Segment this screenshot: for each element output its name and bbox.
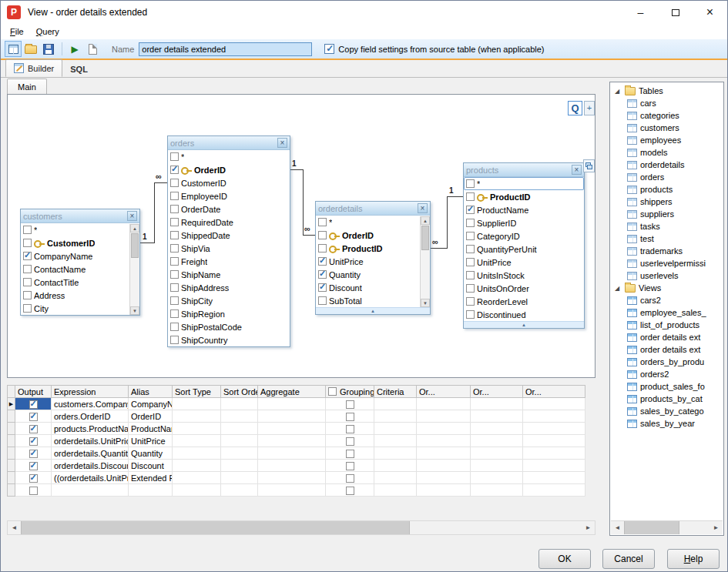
field-checkbox[interactable] bbox=[466, 206, 475, 214]
field-row[interactable]: Discontinued bbox=[464, 308, 584, 321]
tree-item-table[interactable]: categories bbox=[611, 109, 723, 122]
field-row[interactable]: OrderID bbox=[316, 229, 430, 242]
tree-item-view[interactable]: order details ext bbox=[611, 331, 723, 343]
field-row[interactable]: ProductID bbox=[316, 242, 430, 255]
tree-item-view[interactable]: sales_by_catego bbox=[611, 405, 723, 417]
grouping-cell[interactable] bbox=[326, 460, 374, 472]
tab-main[interactable]: Main bbox=[7, 79, 47, 94]
scrollbar-track[interactable] bbox=[410, 521, 582, 534]
alias-cell[interactable] bbox=[129, 484, 173, 497]
grouping-checkbox[interactable] bbox=[346, 400, 354, 409]
scrollbar-track[interactable] bbox=[679, 521, 710, 534]
aggregate-cell[interactable] bbox=[258, 398, 326, 410]
close-icon[interactable]: × bbox=[418, 203, 428, 213]
scroll-left-icon[interactable]: ◄ bbox=[611, 521, 624, 534]
field-row[interactable]: ShipCity bbox=[168, 294, 290, 307]
save-button[interactable] bbox=[40, 41, 57, 57]
output-checkbox[interactable] bbox=[29, 450, 38, 458]
sort-order-cell[interactable] bbox=[221, 410, 258, 423]
sort-order-cell[interactable] bbox=[221, 447, 258, 460]
alias-cell[interactable]: UnitPrice bbox=[129, 435, 173, 447]
output-checkbox[interactable] bbox=[29, 474, 38, 483]
or-cell[interactable] bbox=[471, 423, 523, 435]
output-checkbox[interactable] bbox=[29, 413, 38, 421]
grouping-checkbox[interactable] bbox=[346, 450, 354, 458]
help-button[interactable]: Help bbox=[667, 549, 720, 569]
field-checkbox[interactable] bbox=[170, 192, 179, 200]
column-header-alias[interactable]: Alias bbox=[129, 386, 173, 398]
field-checkbox[interactable] bbox=[318, 296, 327, 305]
alias-cell[interactable]: Discount bbox=[129, 460, 173, 472]
sort-order-cell[interactable] bbox=[221, 460, 258, 472]
tree-item-view[interactable]: order details ext bbox=[611, 343, 723, 356]
field-checkbox[interactable] bbox=[23, 291, 32, 299]
or-cell[interactable] bbox=[471, 410, 523, 423]
close-icon[interactable]: × bbox=[277, 138, 287, 148]
scrollbar-vertical[interactable]: ▲ ▼ bbox=[129, 224, 139, 315]
aggregate-cell[interactable] bbox=[258, 423, 326, 435]
expression-cell[interactable]: orders.OrderID bbox=[52, 410, 129, 423]
grouping-cell[interactable] bbox=[326, 484, 374, 497]
grouping-cell[interactable] bbox=[326, 435, 374, 447]
scrollbar-thumb[interactable] bbox=[624, 521, 679, 534]
or-cell[interactable] bbox=[523, 484, 585, 497]
field-checkbox[interactable] bbox=[170, 205, 179, 213]
row-header[interactable] bbox=[8, 423, 15, 435]
scrollbar-vertical[interactable]: ▲ ▼ bbox=[420, 216, 430, 307]
tree-item-table[interactable]: userlevels bbox=[611, 269, 723, 282]
tree-item-table[interactable]: suppliers bbox=[611, 208, 723, 220]
field-row[interactable]: Freight bbox=[168, 255, 290, 268]
tree-item-view[interactable]: sales_by_year bbox=[611, 417, 723, 430]
scrollbar-thumb[interactable] bbox=[21, 521, 410, 534]
field-checkbox[interactable] bbox=[318, 244, 327, 253]
sort-order-cell[interactable] bbox=[221, 472, 258, 484]
expression-cell[interactable]: orderdetails.UnitPric bbox=[52, 435, 129, 447]
field-checkbox[interactable] bbox=[23, 226, 32, 234]
tree-item-table[interactable]: employees bbox=[611, 134, 723, 146]
field-row[interactable]: OrderID bbox=[168, 163, 290, 176]
sort-order-cell[interactable] bbox=[221, 484, 258, 497]
criteria-cell[interactable] bbox=[374, 435, 417, 447]
field-row[interactable]: * bbox=[464, 177, 584, 190]
join-line-orders-orderdetails[interactable] bbox=[290, 169, 315, 235]
minimize-button[interactable]: – bbox=[623, 1, 658, 24]
scrollbar-thumb[interactable] bbox=[131, 233, 139, 258]
run-query-button[interactable]: ▶ bbox=[66, 41, 83, 57]
query-name-input[interactable] bbox=[139, 42, 312, 56]
ok-button[interactable]: OK bbox=[538, 549, 591, 569]
app-icon[interactable]: P bbox=[7, 5, 21, 19]
field-row[interactable]: ShippedDate bbox=[168, 229, 290, 242]
expression-cell[interactable]: orderdetails.Quantit bbox=[52, 447, 129, 460]
or-cell[interactable] bbox=[523, 472, 585, 484]
alias-cell[interactable]: Extended Pr bbox=[129, 472, 173, 484]
new-query-button[interactable] bbox=[5, 41, 22, 57]
scroll-up-icon[interactable]: ▲ bbox=[421, 216, 430, 225]
field-row[interactable]: * bbox=[316, 216, 430, 229]
grouping-checkbox[interactable] bbox=[346, 413, 354, 421]
output-cell[interactable] bbox=[15, 484, 52, 497]
table-card-header[interactable]: orders × bbox=[168, 136, 290, 150]
criteria-cell[interactable] bbox=[374, 460, 417, 472]
field-checkbox[interactable] bbox=[466, 310, 475, 319]
tree-item-view[interactable]: product_sales_fo bbox=[611, 380, 723, 393]
tree-item-table[interactable]: customers bbox=[611, 122, 723, 134]
column-header-output[interactable]: Output bbox=[15, 386, 52, 398]
criteria-cell[interactable] bbox=[374, 423, 417, 435]
or-cell[interactable] bbox=[471, 435, 523, 447]
column-header-grouping[interactable]: Grouping bbox=[326, 386, 374, 398]
sort-order-cell[interactable] bbox=[221, 398, 258, 410]
field-checkbox[interactable] bbox=[318, 257, 327, 266]
aggregate-cell[interactable] bbox=[258, 472, 326, 484]
new-page-button[interactable] bbox=[84, 41, 101, 57]
scroll-left-icon[interactable]: ◄ bbox=[8, 521, 21, 534]
or-cell[interactable] bbox=[471, 472, 523, 484]
field-row[interactable]: UnitsOnOrder bbox=[464, 282, 584, 295]
grouping-checkbox[interactable] bbox=[346, 425, 354, 433]
table-card-products[interactable]: products × * ProductID ProductName Suppl… bbox=[463, 162, 585, 329]
alias-cell[interactable]: OrderID bbox=[129, 410, 173, 423]
output-checkbox[interactable] bbox=[29, 462, 38, 470]
aggregate-cell[interactable] bbox=[258, 435, 326, 447]
field-row[interactable]: Discount bbox=[316, 281, 430, 294]
sort-type-cell[interactable] bbox=[173, 447, 221, 460]
column-header-sort-type[interactable]: Sort Type bbox=[173, 386, 221, 398]
